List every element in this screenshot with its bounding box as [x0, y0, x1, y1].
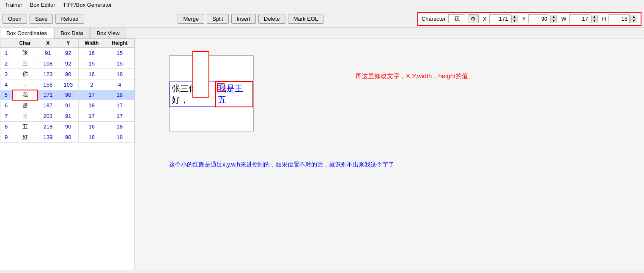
insert-button[interactable]: Insert [231, 14, 256, 24]
char-cell: 你 [12, 69, 38, 79]
x-cell: 203 [38, 111, 58, 121]
w-cell: 15 [78, 58, 105, 69]
main-layout: Char X Y Width Height 1张919216152三108921… [0, 38, 644, 270]
table-row[interactable]: 5171901718 [0, 90, 134, 100]
w-cell: 16 [78, 121, 105, 132]
left-panel: Char X Y Width Height 1张919216152三108921… [0, 38, 135, 270]
table-row[interactable]: 2三108921515 [0, 58, 134, 69]
delete-button[interactable]: Delete [258, 14, 285, 24]
w-cell: 16 [78, 132, 105, 142]
tab-bar: Box Coordinates Box Data Box View [0, 28, 644, 38]
char-cell: 五 [12, 121, 38, 132]
w-cell: 2 [78, 79, 105, 90]
y-cell: 90 [58, 132, 79, 142]
menu-bar: Trainer Box Editor TIFF/Box Generator [0, 0, 644, 10]
tab-box-coordinates[interactable]: Box Coordinates [0, 28, 53, 38]
table-row[interactable]: 9好139901618 [0, 132, 134, 142]
table-row[interactable]: 1张91921615 [0, 48, 134, 58]
col-num-header [0, 39, 12, 48]
merge-button[interactable]: Merge [178, 14, 204, 24]
w-cell: 17 [78, 111, 105, 121]
h-up-btn[interactable]: ▲ [630, 15, 637, 19]
h-cell: 15 [105, 48, 134, 58]
menu-tiff-generator[interactable]: TIFF/Box Generator [60, 1, 115, 9]
save-button[interactable]: Save [30, 14, 53, 24]
h-cell: 18 [105, 132, 134, 142]
info-bottom-text: 这个小的红圈是通过x,y,w,h来进控制的，如果位置不对的话，就识别不出来我这个… [169, 161, 394, 169]
char-cell: ， [12, 79, 38, 90]
row-num-cell: 9 [0, 132, 12, 142]
w-cell: 16 [78, 48, 105, 58]
coordinates-table: Char X Y Width Height 1张919216152三108921… [0, 38, 134, 143]
y-down-btn[interactable]: ▼ [550, 19, 557, 23]
h-down-btn[interactable]: ▼ [630, 19, 637, 23]
col-char-header: Char [12, 39, 38, 48]
char-editor-panel: Character ⚙ X ▲ ▼ Y ▲ ▼ W ▲ ▼ H ▲ ▼ [417, 12, 641, 26]
reload-button[interactable]: Reload [55, 14, 84, 24]
char-cell: 是 [12, 100, 38, 111]
x-cell: 158 [38, 79, 58, 90]
x-spinner[interactable]: ▲ ▼ [511, 15, 518, 23]
w-spinner[interactable]: ▲ ▼ [591, 15, 598, 23]
col-x-header: X [38, 39, 58, 48]
char-cell [12, 90, 38, 100]
row-num-cell: 3 [0, 69, 12, 79]
y-cell: 90 [58, 90, 79, 100]
y-up-btn[interactable]: ▲ [550, 15, 557, 19]
h-cell: 18 [105, 90, 134, 100]
table-row[interactable]: 4，15810324 [0, 79, 134, 90]
h-input[interactable] [608, 14, 630, 23]
x-input[interactable] [489, 14, 510, 23]
col-y-header: Y [58, 39, 79, 48]
w-down-btn[interactable]: ▼ [591, 19, 598, 23]
w-cell: 17 [78, 90, 105, 100]
x-cell: 91 [38, 48, 58, 58]
split-button[interactable]: Split [207, 14, 228, 24]
col-height-header: Height [105, 39, 134, 48]
tab-box-data[interactable]: Box Data [54, 28, 89, 38]
right-panel: 再这里修改文字，X,Y,width，height的值 张三你好， 我是王五 [135, 38, 644, 270]
x-cell: 187 [38, 100, 58, 111]
y-spinner[interactable]: ▲ ▼ [550, 15, 557, 23]
y-cell: 92 [58, 58, 79, 69]
h-cell: 17 [105, 111, 134, 121]
tab-box-view[interactable]: Box View [90, 28, 126, 38]
y-cell: 90 [58, 121, 79, 132]
y-input[interactable] [528, 14, 549, 23]
char-cell: 好 [12, 132, 38, 142]
table-row[interactable]: 6是187911817 [0, 100, 134, 111]
x-cell: 218 [38, 121, 58, 132]
y-cell: 91 [58, 100, 79, 111]
toolbar: Open Save Reload Merge Split Insert Dele… [0, 10, 644, 28]
x-cell: 171 [38, 90, 58, 100]
y-cell: 92 [58, 48, 79, 58]
row-num-cell: 6 [0, 100, 12, 111]
w-up-btn[interactable]: ▲ [591, 15, 598, 19]
h-spinner[interactable]: ▲ ▼ [630, 15, 637, 23]
table-row[interactable]: 7王203911717 [0, 111, 134, 121]
x-cell: 139 [38, 132, 58, 142]
w-cell: 18 [78, 100, 105, 111]
char-edit-input[interactable] [19, 92, 31, 98]
x-down-btn[interactable]: ▼ [511, 19, 518, 23]
h-label: H [602, 16, 606, 22]
h-cell: 15 [105, 58, 134, 69]
x-cell: 108 [38, 58, 58, 69]
h-cell: 4 [105, 79, 134, 90]
y-cell: 90 [58, 69, 79, 79]
menu-trainer[interactable]: Trainer [2, 1, 26, 9]
char-cell: 王 [12, 111, 38, 121]
table-row[interactable]: 3你123901618 [0, 69, 134, 79]
h-cell: 18 [105, 69, 134, 79]
mark-eol-button[interactable]: Mark EOL [288, 14, 324, 24]
menu-box-editor[interactable]: Box Editor [27, 1, 59, 9]
table-row[interactable]: 8五218901618 [0, 121, 134, 132]
row-num-cell: 4 [0, 79, 12, 90]
open-button[interactable]: Open [3, 14, 27, 24]
w-input[interactable] [569, 14, 590, 23]
char-input[interactable] [448, 14, 465, 23]
char-label: Character [422, 16, 446, 22]
x-up-btn[interactable]: ▲ [511, 15, 518, 19]
y-cell: 103 [58, 79, 79, 90]
gear-button[interactable]: ⚙ [468, 14, 479, 23]
